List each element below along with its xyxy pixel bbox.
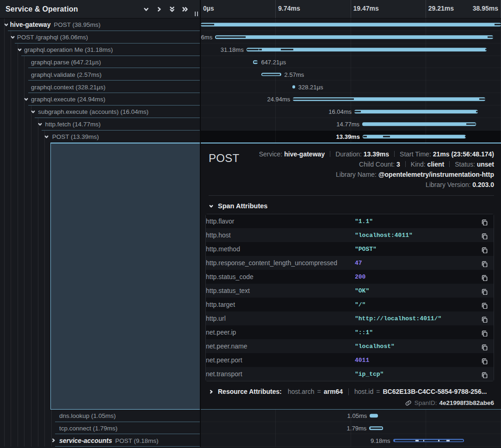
span-duration-bar[interactable] <box>370 414 377 417</box>
copy-icon[interactable] <box>475 367 494 381</box>
critical-path-segment <box>363 136 367 137</box>
span-name-cell[interactable]: POST (13.39ms) <box>0 131 201 143</box>
span-name-cell[interactable]: graphql.execute (24.94ms) <box>0 93 201 106</box>
span-name-label: POST (13.39ms) <box>52 133 99 140</box>
meta-label: Status: <box>455 161 476 168</box>
span-duration-bar[interactable] <box>363 135 466 138</box>
span-timeline-cell[interactable]: 9.18ms <box>201 434 501 447</box>
copy-icon[interactable] <box>475 214 494 228</box>
copy-icon[interactable] <box>475 256 494 270</box>
critical-path-segment <box>254 62 258 63</box>
span-name-cell[interactable]: graphql.operation Me (31.18ms) <box>0 44 201 56</box>
span-timeline-cell[interactable]: 1.79ms <box>201 422 501 435</box>
span-timeline-cell[interactable]: 1.05ms <box>201 410 501 422</box>
collapse-chevron-down-icon[interactable] <box>23 96 30 102</box>
column-resizer-grip[interactable] <box>195 12 198 16</box>
collapse-chevron-down-icon[interactable] <box>10 34 16 40</box>
span-timeline-cell[interactable]: 2.57ms <box>201 68 501 81</box>
span-duration-bar[interactable] <box>362 122 476 126</box>
meta-value: 13.39ms <box>364 150 389 158</box>
attribute-value: "ip_tcp" <box>355 367 475 381</box>
collapse-chevron-down-icon[interactable] <box>16 46 23 53</box>
collapse-chevron-down-icon[interactable] <box>37 121 43 127</box>
ruler-tick <box>426 0 426 18</box>
span-timeline-cell[interactable]: 14.77ms <box>201 118 501 131</box>
span-duration-bar[interactable] <box>215 35 493 39</box>
collapse-chevron-down-icon[interactable] <box>30 108 36 115</box>
link-icon[interactable] <box>405 400 414 406</box>
attribute-row: http.host"localhost:4011" <box>206 228 494 242</box>
span-name-cell[interactable]: graphql.parse (647.21µs) <box>0 56 201 68</box>
collapse-chevron-down-icon[interactable] <box>3 21 9 28</box>
resource-attributes-row[interactable]: Resource Attributes:host.arch=arm64host.… <box>209 388 494 395</box>
copy-icon[interactable] <box>475 325 494 339</box>
attribute-value: 200 <box>355 270 475 284</box>
span-duration-bar[interactable] <box>201 23 501 27</box>
copy-icon[interactable] <box>475 242 494 256</box>
span-row: POST (13.39ms)13.39ms <box>0 131 501 143</box>
chevron-down-icon[interactable] <box>143 6 149 12</box>
attribute-value: "/" <box>355 298 475 311</box>
span-attributes-toggle[interactable]: Span Attributes <box>209 202 494 210</box>
span-name-cell[interactable]: graphql.validate (2.57ms) <box>0 68 201 81</box>
copy-icon[interactable] <box>475 284 494 298</box>
span-duration-label: 13.39ms <box>336 133 360 140</box>
meta-label: Library Name: <box>336 171 378 178</box>
critical-path-segment <box>488 37 493 38</box>
attribute-value: "OK" <box>355 284 475 298</box>
span-name-cell[interactable]: service-accounts POST (9.18ms) <box>0 434 201 447</box>
span-name-cell[interactable]: hive-gateway POST (38.95ms) <box>0 19 201 31</box>
span-name-cell[interactable]: subgraph.execute (accounts) (16.04ms) <box>0 106 201 118</box>
meta-label: Child Count: <box>359 161 396 168</box>
span-row: http.fetch (14.77ms)14.77ms <box>0 118 501 131</box>
span-duration-label: 1.79ms <box>347 425 367 432</box>
span-timeline-cell[interactable]: 31.18ms <box>201 44 501 56</box>
span-timeline-cell[interactable]: 36.06ms <box>201 31 501 44</box>
span-name-cell[interactable]: POST /graphql (36.06ms) <box>0 31 201 44</box>
meta-value: 0.203.0 <box>472 181 494 188</box>
span-timeline-cell[interactable] <box>201 19 501 31</box>
chevron-right-icon[interactable] <box>156 6 162 12</box>
span-name-cell[interactable]: http.fetch (14.77ms) <box>0 118 201 131</box>
copy-icon[interactable] <box>475 298 494 311</box>
attribute-value: "localhost:4011" <box>355 228 475 242</box>
span-id-label: SpanID: <box>414 399 437 406</box>
span-timeline-cell[interactable]: 647.21µs <box>201 56 501 68</box>
span-duration-label: 16.04ms <box>328 108 352 115</box>
attribute-key: net.transport <box>206 367 355 381</box>
ruler-tick <box>351 0 351 18</box>
span-row: tcp.connect (1.79ms)1.79ms <box>0 422 501 435</box>
span-timeline-cell[interactable]: 24.94ms <box>201 93 501 106</box>
copy-icon[interactable] <box>475 353 494 367</box>
span-name-cell[interactable]: graphql.context (328.21µs) <box>0 81 201 93</box>
span-duration-bar[interactable] <box>292 85 295 89</box>
double-chevron-down-icon[interactable] <box>169 6 175 12</box>
copy-icon[interactable] <box>475 339 494 353</box>
span-detail-indent <box>0 143 201 409</box>
span-name-cell[interactable]: tcp.connect (1.79ms) <box>0 422 201 435</box>
copy-icon[interactable] <box>475 228 494 242</box>
span-name-label: service-accounts POST (9.18ms) <box>59 437 159 444</box>
span-name-label: graphql.operation Me (31.18ms) <box>24 46 113 53</box>
collapse-chevron-down-icon[interactable] <box>43 133 50 140</box>
attribute-row: http.target"/" <box>206 298 494 311</box>
timeline-ruler: 0µs9.74ms19.47ms29.21ms38.95ms <box>201 0 501 18</box>
critical-path-segment <box>495 24 501 25</box>
span-timeline-cell[interactable]: 13.39ms <box>201 131 501 143</box>
span-detail-indent-block[interactable] <box>50 143 200 409</box>
critical-path-segment <box>201 24 214 25</box>
span-timeline-cell[interactable]: 16.04ms <box>201 106 501 118</box>
span-detail-meta: Service: hive-gatewayDuration: 13.39msSt… <box>240 149 494 190</box>
resource-attributes-title: Resource Attributes: <box>218 388 282 395</box>
attribute-key: http.response_content_length_uncompresse… <box>206 256 355 270</box>
span-duration-bar[interactable] <box>354 110 478 114</box>
span-timeline-cell[interactable]: 328.21µs <box>201 81 501 93</box>
span-name-cell[interactable]: dns.lookup (1.05ms) <box>0 410 201 422</box>
meta-value: hive-gateway <box>284 150 325 158</box>
expand-chevron-right-icon[interactable] <box>50 437 56 444</box>
double-chevron-right-icon[interactable] <box>182 6 188 12</box>
child-span-mark <box>438 440 439 441</box>
span-row: hive-gateway POST (38.95ms) <box>0 19 501 31</box>
copy-icon[interactable] <box>475 270 494 284</box>
copy-icon[interactable] <box>475 311 494 325</box>
